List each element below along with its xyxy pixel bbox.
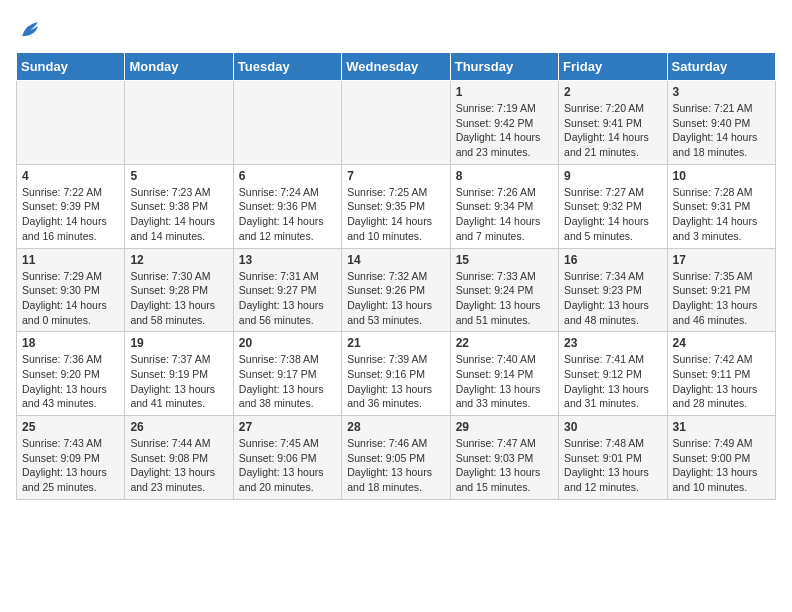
day-number: 17 [673, 253, 770, 267]
day-number: 4 [22, 169, 119, 183]
day-info: Sunrise: 7:33 AM Sunset: 9:24 PM Dayligh… [456, 269, 553, 328]
calendar-week-row: 1Sunrise: 7:19 AM Sunset: 9:42 PM Daylig… [17, 81, 776, 165]
calendar-cell: 9Sunrise: 7:27 AM Sunset: 9:32 PM Daylig… [559, 164, 667, 248]
day-info: Sunrise: 7:40 AM Sunset: 9:14 PM Dayligh… [456, 352, 553, 411]
calendar-cell: 17Sunrise: 7:35 AM Sunset: 9:21 PM Dayli… [667, 248, 775, 332]
calendar-week-row: 18Sunrise: 7:36 AM Sunset: 9:20 PM Dayli… [17, 332, 776, 416]
calendar-cell: 28Sunrise: 7:46 AM Sunset: 9:05 PM Dayli… [342, 416, 450, 500]
day-number: 14 [347, 253, 444, 267]
day-info: Sunrise: 7:30 AM Sunset: 9:28 PM Dayligh… [130, 269, 227, 328]
day-number: 5 [130, 169, 227, 183]
day-number: 23 [564, 336, 661, 350]
day-info: Sunrise: 7:46 AM Sunset: 9:05 PM Dayligh… [347, 436, 444, 495]
day-number: 10 [673, 169, 770, 183]
logo [16, 16, 48, 44]
day-info: Sunrise: 7:48 AM Sunset: 9:01 PM Dayligh… [564, 436, 661, 495]
day-number: 15 [456, 253, 553, 267]
day-info: Sunrise: 7:28 AM Sunset: 9:31 PM Dayligh… [673, 185, 770, 244]
calendar-cell: 10Sunrise: 7:28 AM Sunset: 9:31 PM Dayli… [667, 164, 775, 248]
day-number: 13 [239, 253, 336, 267]
day-info: Sunrise: 7:29 AM Sunset: 9:30 PM Dayligh… [22, 269, 119, 328]
calendar-cell: 31Sunrise: 7:49 AM Sunset: 9:00 PM Dayli… [667, 416, 775, 500]
day-number: 6 [239, 169, 336, 183]
day-number: 2 [564, 85, 661, 99]
calendar-week-row: 4Sunrise: 7:22 AM Sunset: 9:39 PM Daylig… [17, 164, 776, 248]
day-number: 22 [456, 336, 553, 350]
weekday-header-cell: Saturday [667, 53, 775, 81]
day-number: 21 [347, 336, 444, 350]
calendar-cell: 23Sunrise: 7:41 AM Sunset: 9:12 PM Dayli… [559, 332, 667, 416]
calendar-cell [17, 81, 125, 165]
weekday-header-cell: Sunday [17, 53, 125, 81]
day-info: Sunrise: 7:43 AM Sunset: 9:09 PM Dayligh… [22, 436, 119, 495]
day-number: 3 [673, 85, 770, 99]
calendar-cell: 12Sunrise: 7:30 AM Sunset: 9:28 PM Dayli… [125, 248, 233, 332]
calendar-cell: 7Sunrise: 7:25 AM Sunset: 9:35 PM Daylig… [342, 164, 450, 248]
calendar-cell: 22Sunrise: 7:40 AM Sunset: 9:14 PM Dayli… [450, 332, 558, 416]
day-number: 28 [347, 420, 444, 434]
calendar-cell: 15Sunrise: 7:33 AM Sunset: 9:24 PM Dayli… [450, 248, 558, 332]
day-number: 30 [564, 420, 661, 434]
calendar-cell: 4Sunrise: 7:22 AM Sunset: 9:39 PM Daylig… [17, 164, 125, 248]
calendar-cell: 11Sunrise: 7:29 AM Sunset: 9:30 PM Dayli… [17, 248, 125, 332]
day-info: Sunrise: 7:21 AM Sunset: 9:40 PM Dayligh… [673, 101, 770, 160]
calendar-cell: 19Sunrise: 7:37 AM Sunset: 9:19 PM Dayli… [125, 332, 233, 416]
calendar-body: 1Sunrise: 7:19 AM Sunset: 9:42 PM Daylig… [17, 81, 776, 500]
day-number: 29 [456, 420, 553, 434]
day-info: Sunrise: 7:32 AM Sunset: 9:26 PM Dayligh… [347, 269, 444, 328]
day-number: 20 [239, 336, 336, 350]
day-number: 31 [673, 420, 770, 434]
day-info: Sunrise: 7:38 AM Sunset: 9:17 PM Dayligh… [239, 352, 336, 411]
day-info: Sunrise: 7:27 AM Sunset: 9:32 PM Dayligh… [564, 185, 661, 244]
day-info: Sunrise: 7:22 AM Sunset: 9:39 PM Dayligh… [22, 185, 119, 244]
day-info: Sunrise: 7:36 AM Sunset: 9:20 PM Dayligh… [22, 352, 119, 411]
calendar-cell: 25Sunrise: 7:43 AM Sunset: 9:09 PM Dayli… [17, 416, 125, 500]
calendar-cell: 8Sunrise: 7:26 AM Sunset: 9:34 PM Daylig… [450, 164, 558, 248]
calendar-cell: 2Sunrise: 7:20 AM Sunset: 9:41 PM Daylig… [559, 81, 667, 165]
day-number: 11 [22, 253, 119, 267]
day-number: 25 [22, 420, 119, 434]
calendar-week-row: 25Sunrise: 7:43 AM Sunset: 9:09 PM Dayli… [17, 416, 776, 500]
calendar-cell: 14Sunrise: 7:32 AM Sunset: 9:26 PM Dayli… [342, 248, 450, 332]
weekday-header-cell: Friday [559, 53, 667, 81]
calendar-cell: 26Sunrise: 7:44 AM Sunset: 9:08 PM Dayli… [125, 416, 233, 500]
day-info: Sunrise: 7:25 AM Sunset: 9:35 PM Dayligh… [347, 185, 444, 244]
day-info: Sunrise: 7:39 AM Sunset: 9:16 PM Dayligh… [347, 352, 444, 411]
day-info: Sunrise: 7:24 AM Sunset: 9:36 PM Dayligh… [239, 185, 336, 244]
day-info: Sunrise: 7:42 AM Sunset: 9:11 PM Dayligh… [673, 352, 770, 411]
weekday-header-cell: Tuesday [233, 53, 341, 81]
calendar-cell: 16Sunrise: 7:34 AM Sunset: 9:23 PM Dayli… [559, 248, 667, 332]
calendar-cell [342, 81, 450, 165]
weekday-header-row: SundayMondayTuesdayWednesdayThursdayFrid… [17, 53, 776, 81]
day-number: 7 [347, 169, 444, 183]
day-number: 18 [22, 336, 119, 350]
calendar-cell: 21Sunrise: 7:39 AM Sunset: 9:16 PM Dayli… [342, 332, 450, 416]
calendar-cell: 18Sunrise: 7:36 AM Sunset: 9:20 PM Dayli… [17, 332, 125, 416]
weekday-header-cell: Wednesday [342, 53, 450, 81]
calendar-cell [233, 81, 341, 165]
day-info: Sunrise: 7:37 AM Sunset: 9:19 PM Dayligh… [130, 352, 227, 411]
day-number: 16 [564, 253, 661, 267]
calendar-cell: 6Sunrise: 7:24 AM Sunset: 9:36 PM Daylig… [233, 164, 341, 248]
day-info: Sunrise: 7:35 AM Sunset: 9:21 PM Dayligh… [673, 269, 770, 328]
day-number: 19 [130, 336, 227, 350]
day-info: Sunrise: 7:19 AM Sunset: 9:42 PM Dayligh… [456, 101, 553, 160]
day-number: 12 [130, 253, 227, 267]
day-info: Sunrise: 7:34 AM Sunset: 9:23 PM Dayligh… [564, 269, 661, 328]
calendar-cell: 13Sunrise: 7:31 AM Sunset: 9:27 PM Dayli… [233, 248, 341, 332]
calendar-cell: 27Sunrise: 7:45 AM Sunset: 9:06 PM Dayli… [233, 416, 341, 500]
day-info: Sunrise: 7:47 AM Sunset: 9:03 PM Dayligh… [456, 436, 553, 495]
day-number: 1 [456, 85, 553, 99]
day-number: 26 [130, 420, 227, 434]
day-number: 27 [239, 420, 336, 434]
calendar-cell: 20Sunrise: 7:38 AM Sunset: 9:17 PM Dayli… [233, 332, 341, 416]
calendar-cell: 29Sunrise: 7:47 AM Sunset: 9:03 PM Dayli… [450, 416, 558, 500]
calendar-cell: 30Sunrise: 7:48 AM Sunset: 9:01 PM Dayli… [559, 416, 667, 500]
calendar-cell [125, 81, 233, 165]
day-info: Sunrise: 7:44 AM Sunset: 9:08 PM Dayligh… [130, 436, 227, 495]
day-number: 8 [456, 169, 553, 183]
day-info: Sunrise: 7:45 AM Sunset: 9:06 PM Dayligh… [239, 436, 336, 495]
day-info: Sunrise: 7:41 AM Sunset: 9:12 PM Dayligh… [564, 352, 661, 411]
day-number: 24 [673, 336, 770, 350]
day-info: Sunrise: 7:20 AM Sunset: 9:41 PM Dayligh… [564, 101, 661, 160]
